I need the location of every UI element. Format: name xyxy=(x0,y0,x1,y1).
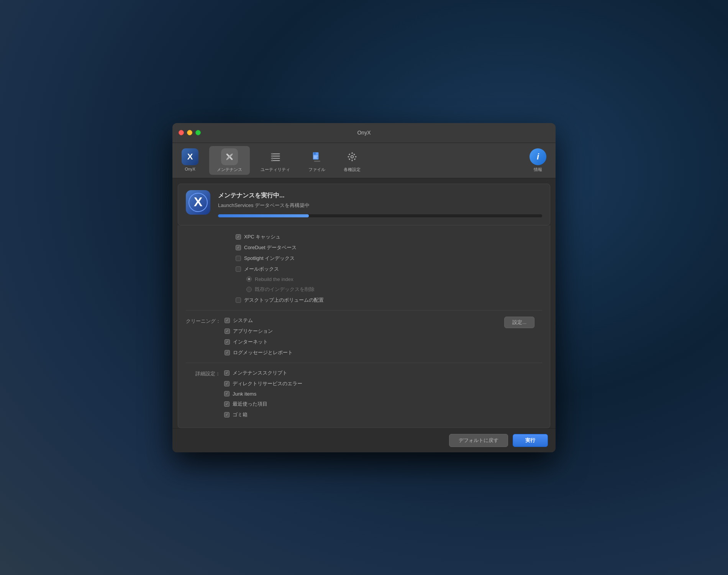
checkbox-internet[interactable] xyxy=(225,339,230,345)
svg-rect-25 xyxy=(354,158,356,160)
radio-delete-index[interactable] xyxy=(246,287,252,292)
svg-rect-21 xyxy=(352,159,353,161)
option-row-delete-index: 既存のインデックスを削除 xyxy=(236,284,542,295)
svg-rect-20 xyxy=(352,152,353,154)
option-row-trash: ゴミ箱 xyxy=(224,409,542,420)
svg-rect-16 xyxy=(313,158,317,158)
label-junk-items: Junk items xyxy=(233,391,256,397)
settings-icon xyxy=(344,148,361,165)
checkbox-log-messages[interactable] xyxy=(225,350,230,355)
checkbox-system[interactable] xyxy=(225,318,230,323)
radio-rebuild-index[interactable] xyxy=(246,276,252,282)
checkbox-spotlight[interactable] xyxy=(236,256,241,261)
toolbar-label-files: ファイル xyxy=(308,167,325,172)
label-rebuild-index: Rebuild the index xyxy=(255,276,293,282)
maximize-button[interactable] xyxy=(195,130,201,135)
label-maintenance-scripts: メンテナンススクリプト xyxy=(233,370,287,376)
svg-point-19 xyxy=(351,156,353,157)
cleaning-settings-button[interactable]: 設定... xyxy=(504,317,535,328)
checkbox-mailbox[interactable] xyxy=(236,266,241,272)
label-desktop-volumes: デスクトップ上のボリュームの配置 xyxy=(244,297,324,304)
checkbox-recent-items[interactable] xyxy=(224,401,230,407)
toolbar-label-each-settings: 各種設定 xyxy=(344,167,361,172)
checkbox-xpc[interactable] xyxy=(236,234,241,240)
progress-info: メンテナンスを実行中... LaunchServices データベースを再構築中 xyxy=(218,190,542,217)
label-system: システム xyxy=(233,317,253,324)
options-section: XPC キャッシュ CoreDuet データベース Spotlight インデッ… xyxy=(178,225,550,428)
toolbar-label-info: 情報 xyxy=(534,167,542,172)
option-row-desktop-volumes: デスクトップ上のボリュームの配置 xyxy=(236,295,542,306)
cleaning-group: クリーニング： システム アプリケーション インターネット xyxy=(186,315,542,358)
label-internet: インターネット xyxy=(233,338,268,345)
checkbox-maintenance-scripts[interactable] xyxy=(224,370,230,376)
maintenance-icon xyxy=(221,148,238,165)
toolbar-label-onyx: OnyX xyxy=(185,167,195,171)
label-xpc: XPC キャッシュ xyxy=(244,233,280,240)
checkbox-applications[interactable] xyxy=(225,329,230,334)
toolbar-item-maintenance[interactable]: メンテナンス xyxy=(209,146,250,175)
svg-rect-24 xyxy=(349,153,351,155)
option-row-log-messages: ログメッセージとレポート xyxy=(225,347,504,358)
option-row-recent-items: 最近使った項目 xyxy=(224,399,542,409)
bottom-bar: デフォルトに戻す 実行 xyxy=(172,428,556,452)
svg-text:X: X xyxy=(194,194,203,209)
label-mailbox: メールボックス xyxy=(244,266,279,273)
close-button[interactable] xyxy=(179,130,184,135)
svg-point-10 xyxy=(271,157,273,159)
content-area: X メンテナンスを実行中... LaunchServices データベースを再構… xyxy=(172,184,556,452)
svg-rect-13 xyxy=(313,152,316,154)
divider-2 xyxy=(186,363,542,363)
utilities-icon xyxy=(267,148,284,165)
svg-rect-15 xyxy=(313,157,317,157)
svg-rect-22 xyxy=(348,156,349,157)
window-title: OnyX xyxy=(357,130,371,136)
option-row-system: システム xyxy=(225,315,504,326)
label-directory-errors: ディレクトリサービスのエラー xyxy=(233,380,302,387)
info-icon: i xyxy=(530,148,546,165)
toolbar-item-info[interactable]: i 情報 xyxy=(522,146,554,175)
label-spotlight: Spotlight インデックス xyxy=(244,255,295,262)
progress-title: メンテナンスを実行中... xyxy=(218,192,542,200)
option-row-applications: アプリケーション xyxy=(225,326,504,337)
checkbox-desktop-volumes[interactable] xyxy=(236,297,241,303)
svg-point-11 xyxy=(271,159,273,161)
option-row-coreduet: CoreDuet データベース xyxy=(236,242,542,253)
files-icon xyxy=(308,148,325,165)
label-trash: ゴミ箱 xyxy=(233,411,248,418)
cleaning-label: クリーニング： xyxy=(186,315,225,325)
option-row-mailbox: メールボックス xyxy=(236,264,542,274)
progress-section: X メンテナンスを実行中... LaunchServices データベースを再構… xyxy=(178,184,550,225)
option-row-maintenance-scripts: メンテナンススクリプト xyxy=(224,368,542,378)
checkbox-junk-items[interactable] xyxy=(224,391,230,396)
svg-rect-23 xyxy=(355,156,356,157)
reset-defaults-button[interactable]: デフォルトに戻す xyxy=(449,434,508,447)
option-row-rebuild-index: Rebuild the index xyxy=(236,274,542,284)
option-row-directory-errors: ディレクトリサービスのエラー xyxy=(224,378,542,389)
label-coreduet: CoreDuet データベース xyxy=(244,244,297,251)
toolbar-label-maintenance: メンテナンス xyxy=(217,167,242,172)
option-row-spotlight: Spotlight インデックス xyxy=(236,253,542,264)
svg-point-8 xyxy=(271,153,273,154)
main-window: OnyX X OnyX xyxy=(172,123,556,452)
run-button[interactable]: 実行 xyxy=(513,434,548,447)
checkbox-directory-errors[interactable] xyxy=(224,381,230,386)
advanced-options: メンテナンススクリプト ディレクトリサービスのエラー Junk items 最近… xyxy=(224,368,542,420)
cleaning-options: システム アプリケーション インターネット ログメッセージとレポート xyxy=(225,315,504,358)
minimize-button[interactable] xyxy=(187,130,192,135)
label-applications: アプリケーション xyxy=(233,328,273,335)
toolbar-item-onyx[interactable]: X OnyX xyxy=(174,146,206,175)
titlebar: OnyX xyxy=(172,123,556,143)
checkbox-coreduet[interactable] xyxy=(236,245,241,250)
svg-rect-17 xyxy=(314,161,320,162)
svg-rect-27 xyxy=(349,158,351,160)
option-row-junk-items: Junk items xyxy=(224,389,542,399)
progress-subtitle: LaunchServices データベースを再構築中 xyxy=(218,202,542,209)
advanced-group: 詳細設定： メンテナンススクリプト ディレクトリサービスのエラー Junk it… xyxy=(186,368,542,420)
divider-1 xyxy=(186,310,542,310)
checkbox-trash[interactable] xyxy=(224,412,230,417)
toolbar-item-files[interactable]: ファイル xyxy=(301,146,333,175)
toolbar-item-utilities[interactable]: ユーティリティ xyxy=(253,146,298,175)
label-recent-items: 最近使った項目 xyxy=(233,401,267,407)
advanced-label: 詳細設定： xyxy=(186,368,224,377)
toolbar-item-settings[interactable]: 各種設定 xyxy=(336,146,368,175)
